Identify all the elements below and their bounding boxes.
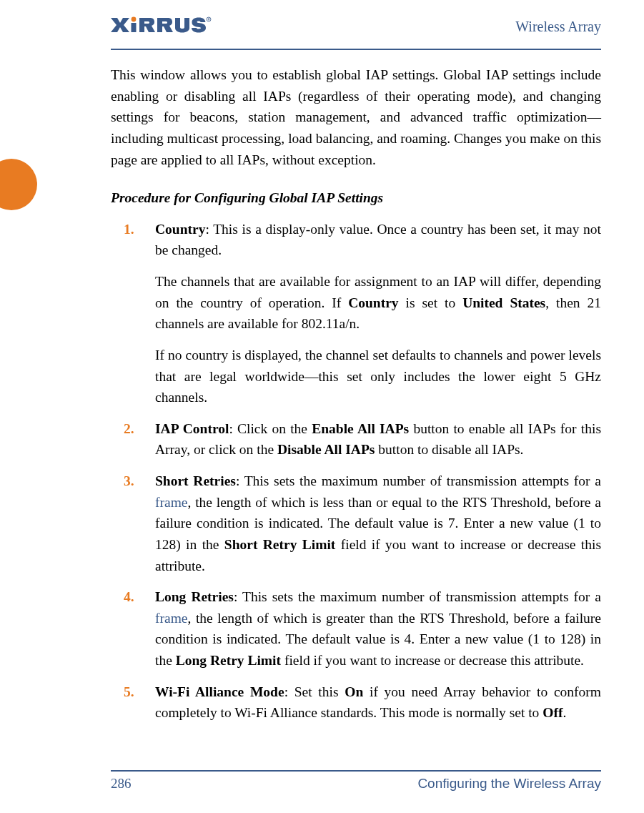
step-head: Country xyxy=(155,222,205,237)
step-5: 5. Wi-Fi Alliance Mode: Set this On if y… xyxy=(155,681,601,724)
step-head: Long Retries xyxy=(155,589,234,604)
page-footer: 286 Configuring the Wireless Array xyxy=(111,770,601,792)
step-number: 3. xyxy=(124,470,134,492)
xirrus-logo: R xyxy=(111,14,218,36)
step-text: . xyxy=(563,705,566,720)
step-text: button to disable all IAPs. xyxy=(375,442,523,457)
step-number: 4. xyxy=(124,586,134,608)
intro-paragraph: This window allows you to establish glob… xyxy=(111,64,601,170)
side-tab-decoration xyxy=(0,159,37,210)
frame-link[interactable]: frame xyxy=(155,611,187,626)
svg-rect-1 xyxy=(132,23,137,32)
step-text: : This is a display-only value. Once a c… xyxy=(155,222,601,258)
page-number: 286 xyxy=(111,776,132,792)
bold-text: Country xyxy=(348,295,398,310)
step-text: : This sets the maximum number of transm… xyxy=(234,589,601,604)
bold-text: Off xyxy=(543,705,563,720)
page-content: This window allows you to establish glob… xyxy=(111,64,601,724)
bold-text: On xyxy=(345,684,363,699)
subheading: Procedure for Configuring Global IAP Set… xyxy=(111,187,601,209)
procedure-steps: 1. Country: This is a display-only value… xyxy=(111,219,601,724)
step-head: Short Retries xyxy=(155,473,236,488)
footer-section: Configuring the Wireless Array xyxy=(417,776,601,792)
step-text: If no country is displayed, the channel … xyxy=(155,345,601,408)
frame-link[interactable]: frame xyxy=(155,495,187,510)
step-head: IAP Control xyxy=(155,421,229,436)
step-1: 1. Country: This is a display-only value… xyxy=(155,219,601,408)
step-text: field if you want to increase or decreas… xyxy=(281,653,584,668)
page-header: R Wireless Array xyxy=(111,14,601,50)
bold-text: United States xyxy=(462,295,545,310)
header-title: Wireless Array xyxy=(515,19,601,35)
step-number: 1. xyxy=(124,219,134,240)
step-head: Wi-Fi Alliance Mode xyxy=(155,684,284,699)
svg-point-0 xyxy=(132,17,137,22)
step-text: : This sets the maximum number of transm… xyxy=(236,473,601,488)
bold-text: Long Retry Limit xyxy=(176,653,281,668)
step-3: 3. Short Retries: This sets the maximum … xyxy=(155,470,601,576)
bold-text: Disable All IAPs xyxy=(277,442,375,457)
bold-text: Enable All IAPs xyxy=(312,421,409,436)
step-text: : Set this xyxy=(284,684,345,699)
step-number: 5. xyxy=(124,681,134,703)
step-text: is set to xyxy=(399,295,463,310)
bold-text: Short Retry Limit xyxy=(224,537,336,552)
step-2: 2. IAP Control: Click on the Enable All … xyxy=(155,418,601,460)
step-4: 4. Long Retries: This sets the maximum n… xyxy=(155,586,601,671)
step-text: : Click on the xyxy=(229,421,312,436)
step-number: 2. xyxy=(124,418,134,440)
